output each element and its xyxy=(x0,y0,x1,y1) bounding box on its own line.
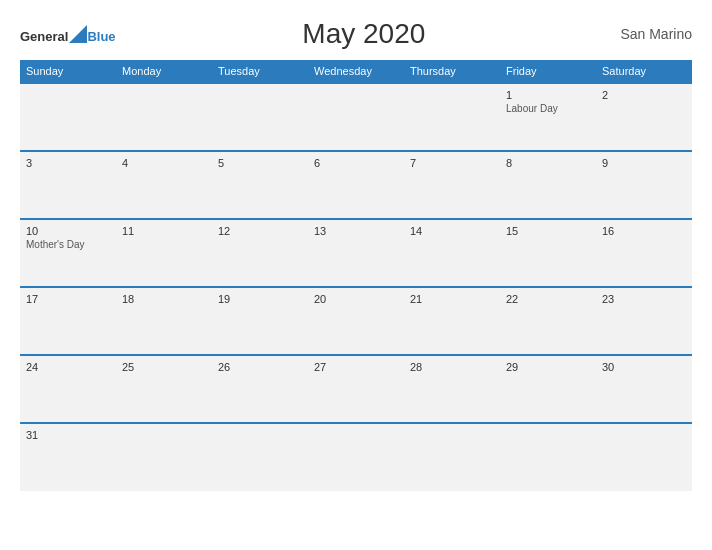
calendar-cell: 22 xyxy=(500,287,596,355)
calendar-week-row: 3456789 xyxy=(20,151,692,219)
calendar-cell xyxy=(116,83,212,151)
day-number: 6 xyxy=(314,157,398,169)
calendar-title: May 2020 xyxy=(116,18,612,50)
calendar-cell xyxy=(308,83,404,151)
calendar-cell: 21 xyxy=(404,287,500,355)
calendar-cell: 9 xyxy=(596,151,692,219)
day-number: 12 xyxy=(218,225,302,237)
calendar-cell: 16 xyxy=(596,219,692,287)
logo: General Blue xyxy=(20,25,116,44)
day-number: 9 xyxy=(602,157,686,169)
calendar-cell: 20 xyxy=(308,287,404,355)
calendar-cell: 18 xyxy=(116,287,212,355)
day-number: 22 xyxy=(506,293,590,305)
day-number: 2 xyxy=(602,89,686,101)
logo-triangle-icon xyxy=(69,25,87,43)
col-saturday: Saturday xyxy=(596,60,692,83)
calendar-cell: 26 xyxy=(212,355,308,423)
col-friday: Friday xyxy=(500,60,596,83)
calendar-cell: 6 xyxy=(308,151,404,219)
day-number: 17 xyxy=(26,293,110,305)
calendar-week-row: 17181920212223 xyxy=(20,287,692,355)
day-number: 8 xyxy=(506,157,590,169)
calendar-cell xyxy=(308,423,404,491)
calendar-body: 1Labour Day2345678910Mother's Day1112131… xyxy=(20,83,692,491)
page-header: General Blue May 2020 San Marino xyxy=(20,18,692,50)
day-number: 5 xyxy=(218,157,302,169)
calendar-cell: 15 xyxy=(500,219,596,287)
calendar-cell xyxy=(596,423,692,491)
day-number: 13 xyxy=(314,225,398,237)
calendar-cell xyxy=(212,423,308,491)
calendar-cell: 14 xyxy=(404,219,500,287)
calendar-cell: 10Mother's Day xyxy=(20,219,116,287)
calendar-cell: 12 xyxy=(212,219,308,287)
calendar-cell: 5 xyxy=(212,151,308,219)
day-number: 19 xyxy=(218,293,302,305)
col-tuesday: Tuesday xyxy=(212,60,308,83)
holiday-label: Mother's Day xyxy=(26,239,110,250)
calendar-cell: 2 xyxy=(596,83,692,151)
day-number: 4 xyxy=(122,157,206,169)
col-thursday: Thursday xyxy=(404,60,500,83)
day-number: 14 xyxy=(410,225,494,237)
calendar-table: Sunday Monday Tuesday Wednesday Thursday… xyxy=(20,60,692,491)
svg-marker-0 xyxy=(69,25,87,43)
calendar-week-row: 10Mother's Day111213141516 xyxy=(20,219,692,287)
holiday-label: Labour Day xyxy=(506,103,590,114)
calendar-cell: 11 xyxy=(116,219,212,287)
calendar-cell: 7 xyxy=(404,151,500,219)
day-number: 23 xyxy=(602,293,686,305)
calendar-cell xyxy=(404,83,500,151)
calendar-cell xyxy=(20,83,116,151)
day-number: 1 xyxy=(506,89,590,101)
day-number: 26 xyxy=(218,361,302,373)
calendar-week-row: 1Labour Day2 xyxy=(20,83,692,151)
calendar-page: General Blue May 2020 San Marino Sunday … xyxy=(0,0,712,550)
calendar-cell: 1Labour Day xyxy=(500,83,596,151)
weekday-header-row: Sunday Monday Tuesday Wednesday Thursday… xyxy=(20,60,692,83)
calendar-cell: 3 xyxy=(20,151,116,219)
day-number: 10 xyxy=(26,225,110,237)
calendar-cell: 28 xyxy=(404,355,500,423)
day-number: 11 xyxy=(122,225,206,237)
calendar-week-row: 31 xyxy=(20,423,692,491)
logo-general-text: General xyxy=(20,29,68,44)
calendar-cell: 8 xyxy=(500,151,596,219)
day-number: 30 xyxy=(602,361,686,373)
calendar-cell: 31 xyxy=(20,423,116,491)
day-number: 31 xyxy=(26,429,110,441)
day-number: 24 xyxy=(26,361,110,373)
day-number: 15 xyxy=(506,225,590,237)
calendar-cell: 30 xyxy=(596,355,692,423)
calendar-cell xyxy=(500,423,596,491)
day-number: 29 xyxy=(506,361,590,373)
col-monday: Monday xyxy=(116,60,212,83)
day-number: 25 xyxy=(122,361,206,373)
calendar-cell: 4 xyxy=(116,151,212,219)
calendar-cell: 23 xyxy=(596,287,692,355)
calendar-cell: 17 xyxy=(20,287,116,355)
calendar-cell: 29 xyxy=(500,355,596,423)
calendar-cell xyxy=(404,423,500,491)
country-label: San Marino xyxy=(612,26,692,42)
day-number: 18 xyxy=(122,293,206,305)
day-number: 7 xyxy=(410,157,494,169)
col-sunday: Sunday xyxy=(20,60,116,83)
calendar-cell: 27 xyxy=(308,355,404,423)
day-number: 28 xyxy=(410,361,494,373)
col-wednesday: Wednesday xyxy=(308,60,404,83)
calendar-cell: 24 xyxy=(20,355,116,423)
calendar-cell: 19 xyxy=(212,287,308,355)
calendar-cell xyxy=(116,423,212,491)
calendar-cell xyxy=(212,83,308,151)
day-number: 20 xyxy=(314,293,398,305)
day-number: 16 xyxy=(602,225,686,237)
logo-blue-text: Blue xyxy=(87,29,115,44)
day-number: 27 xyxy=(314,361,398,373)
day-number: 21 xyxy=(410,293,494,305)
calendar-cell: 13 xyxy=(308,219,404,287)
calendar-header: Sunday Monday Tuesday Wednesday Thursday… xyxy=(20,60,692,83)
day-number: 3 xyxy=(26,157,110,169)
calendar-week-row: 24252627282930 xyxy=(20,355,692,423)
